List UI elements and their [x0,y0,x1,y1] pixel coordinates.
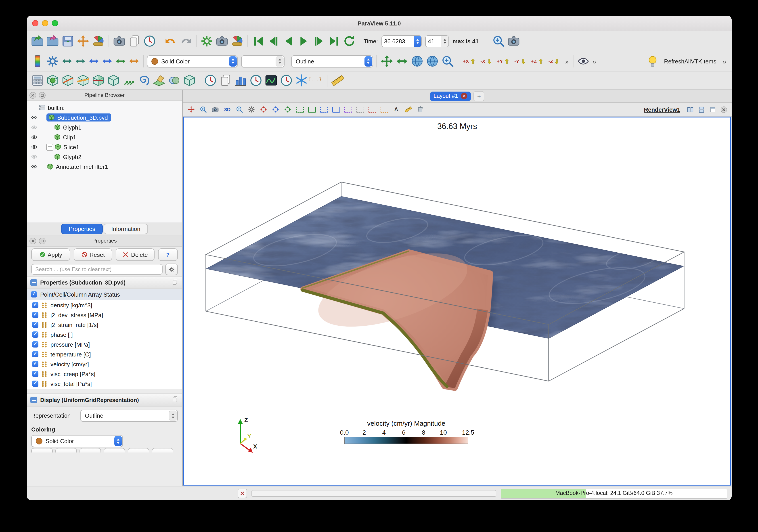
camera-plus-z-button[interactable]: +Z [529,54,545,68]
search-options-button[interactable] [165,264,178,275]
clip-filter-icon[interactable] [61,73,75,88]
plot-over-time-icon[interactable] [249,73,263,88]
visibility-eye-icon[interactable] [29,115,38,120]
warp-by-vector-icon[interactable] [152,73,166,88]
rescale-range-icon[interactable] [128,55,140,67]
representation-select[interactable]: Outline [81,409,178,422]
reset-camera-icon[interactable] [186,104,196,115]
save-data-icon[interactable] [61,34,75,48]
pipeline-item-glyph1[interactable]: Glyph1 [27,123,182,132]
vcr-play-icon[interactable] [296,34,311,48]
visibility-eye-icon[interactable] [29,154,38,160]
glyph-snowflake-icon[interactable] [294,73,309,88]
refresh-macro-button[interactable]: RefreshAllVTKItems [660,56,720,66]
camera-minus-y-button[interactable]: -Y [512,54,529,68]
source-properties-section[interactable]: Properties (Subduction_3D.pvd) [27,276,182,289]
representation-combobox-stepper[interactable] [364,56,372,66]
chevron-more-icon[interactable]: » [721,57,728,65]
extract-block-icon[interactable] [182,73,196,88]
load-state-icon[interactable] [46,34,60,48]
array-row-visc-creep[interactable]: visc_creep [Pa*s] [27,369,182,379]
zoom-to-data-icon[interactable] [198,104,209,115]
representation-combobox[interactable]: Outline [291,55,373,67]
help-button[interactable]: ? [158,248,178,261]
histogram-filter-icon[interactable] [234,73,248,88]
add-annotation-icon[interactable]: A [391,104,401,115]
array-status-header[interactable]: Point/Cell/Column Array Status [27,289,182,300]
measure-tool-icon[interactable] [403,104,414,115]
undo-icon[interactable] [163,34,178,48]
extract-subset-icon[interactable] [106,73,121,88]
globe-icon[interactable] [410,54,424,68]
copy-display-icon[interactable] [172,396,179,405]
array-row-j2-strain-rate[interactable]: j2_strain_rate [1/s] [27,320,182,330]
slice-filter-icon[interactable] [76,73,90,88]
array-checkbox[interactable] [32,341,38,347]
close-view-button[interactable] [719,105,729,114]
array-row-pressure[interactable]: pressure [MPa] [27,339,182,349]
color-editor-icon[interactable] [230,34,244,48]
pipeline-item-clip1[interactable]: Clip1 [27,132,182,142]
pipeline-item-slice1[interactable]: Slice1 [27,142,182,152]
tab-layout-1[interactable]: Layout #1 ✕ [430,91,471,101]
select-cells-polygon-icon[interactable] [319,104,329,115]
array-status-checkbox[interactable] [31,291,37,298]
rescale-custom-icon[interactable] [74,55,86,67]
rescale-to-data-icon[interactable] [61,55,73,67]
zoom-to-box-icon[interactable] [234,104,245,115]
display-section[interactable]: Display (UniformGridRepresentation) [27,394,182,407]
threshold-filter-icon[interactable] [91,73,105,88]
vcr-loop-icon[interactable] [342,34,357,48]
color-palette-fan-icon[interactable] [91,34,105,48]
capture-selection-icon[interactable] [506,34,521,48]
tab-properties[interactable]: Properties [61,224,103,234]
array-checkbox[interactable] [32,312,38,318]
interactive-select-points-icon[interactable] [367,104,377,115]
collapse-expander-icon[interactable] [47,144,53,150]
temporal-snap-icon[interactable] [279,73,293,88]
search-input[interactable] [31,264,162,275]
array-row-temperature[interactable]: temperature [C] [27,349,182,359]
coloring-select-stepper[interactable] [114,436,122,446]
export-scene-icon[interactable] [76,34,90,48]
copy-properties-icon[interactable] [172,278,179,287]
camera-plus-y-button[interactable]: +Y [495,54,511,68]
vcr-first-frame-icon[interactable] [251,34,265,48]
rescale-temporal-icon[interactable] [87,55,100,67]
split-horizontal-button[interactable] [685,105,695,114]
vcr-previous-frame-icon[interactable] [266,34,281,48]
rescale-all-icon[interactable] [114,55,127,67]
color-legend[interactable]: velocity (cm/yr) Magnitude 0.0 2 4 6 8 1… [344,419,468,444]
edit-colormap-icon[interactable] [46,54,60,68]
vcr-previous-icon[interactable] [281,34,296,48]
capture-view-icon[interactable] [210,104,221,115]
interactive-select-cells-icon[interactable] [355,104,365,115]
capture-screenshot-icon[interactable] [112,34,126,48]
rescale-visible-icon[interactable] [101,55,114,67]
programmable-filter-icon[interactable]: {...} [310,73,324,88]
array-checkbox[interactable] [32,380,38,387]
stream-tracer-icon[interactable] [137,73,151,88]
delete-button[interactable]: Delete [116,248,155,261]
array-checkbox[interactable] [32,302,38,308]
pick-center-icon[interactable] [270,104,281,115]
array-checkbox[interactable] [32,361,38,367]
light-bulb-icon[interactable] [645,54,660,68]
vcr-next-frame-icon[interactable] [312,34,326,48]
colormap-combobox[interactable]: Solid Color [147,55,238,67]
add-layout-tab-button[interactable]: + [474,91,484,101]
toggle-eye-icon[interactable] [577,55,590,67]
plot-data-icon[interactable] [264,73,278,88]
time-value-input[interactable] [382,36,414,46]
array-row-visc-total[interactable]: visc_total [Pa*s] [27,379,182,389]
render-viewport[interactable]: 36.63 Myrs velocity (cm/yr) Magnitude 0.… [183,117,731,485]
pipeline-item-subduction[interactable]: Subduction_3D.pvd [27,113,182,123]
array-row-phase[interactable]: phase [ ] [27,330,182,339]
camera-minus-z-button[interactable]: -Z [546,54,562,68]
collapse-section-icon[interactable] [30,397,37,403]
reset-button[interactable]: Reset [74,248,112,261]
zoom-to-data-icon[interactable] [395,54,409,68]
pipeline-item-glyph2[interactable]: Glyph2 [27,152,182,162]
array-row-j2-dev-stress[interactable]: j2_dev_stress [MPa] [27,310,182,320]
globe-axes-icon[interactable] [425,54,439,68]
